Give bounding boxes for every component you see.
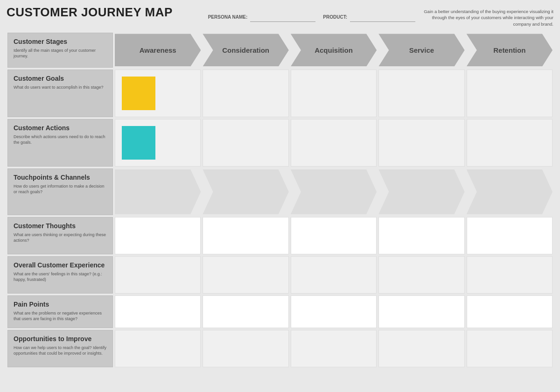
actions-retention-cell[interactable] [467, 119, 553, 167]
goals-consideration-cell[interactable] [203, 70, 288, 117]
page-title: CUSTOMER JOURNEY MAP [7, 6, 173, 19]
row-label-opportunities: Opportunities to Improve How can we help… [7, 330, 113, 367]
goals-retention-cell[interactable] [467, 70, 553, 117]
thoughts-retention-cell[interactable] [467, 217, 553, 254]
goals-awareness-cell[interactable] [115, 70, 201, 117]
thoughts-awareness-cell[interactable] [115, 217, 201, 254]
chevron-consideration: Consideration [203, 34, 288, 66]
row-label-customer-stages: Customer Stages Identify all the main st… [7, 33, 113, 68]
row-desc-customer-actions: Describe which actions users need to do … [14, 134, 107, 145]
experience-awareness-cell[interactable] [115, 256, 201, 294]
chevron-service-label: Service [405, 46, 439, 54]
title-block: CUSTOMER JOURNEY MAP [7, 6, 173, 19]
row-desc-touchpoints: How do users get information to make a d… [14, 183, 107, 195]
page: CUSTOMER JOURNEY MAP PERSONA NAME: PRODU… [0, 0, 560, 374]
header-fields: PERSONA NAME: PRODUCT: Gain a better und… [208, 7, 553, 27]
touchpoints-consideration-cell[interactable] [203, 168, 288, 215]
persona-label: PERSONA NAME: [208, 14, 248, 20]
experience-acquisition-cell[interactable] [291, 256, 377, 294]
row-desc-overall-experience: What are the users' feelings in this sta… [14, 271, 107, 282]
opp-retention-cell[interactable] [467, 330, 553, 367]
opp-acquisition-cell[interactable] [291, 330, 377, 367]
tp-chevron-consideration [203, 169, 288, 214]
row-title-customer-goals: Customer Goals [14, 75, 107, 83]
chevron-retention: Retention [467, 34, 553, 66]
touchpoints-awareness-cell[interactable] [115, 168, 201, 215]
chevron-service: Service [378, 34, 464, 66]
experience-service-cell[interactable] [378, 256, 464, 294]
chevron-consideration-label: Consideration [217, 46, 274, 54]
row-title-customer-thoughts: Customer Thoughts [14, 222, 107, 230]
tp-chevron-service [378, 169, 464, 214]
row-title-customer-actions: Customer Actions [14, 124, 107, 132]
row-label-overall-experience: Overall Customer Experience What are the… [7, 256, 113, 294]
touchpoints-service-cell[interactable] [378, 168, 464, 215]
tp-chevron-acquisition [291, 169, 377, 214]
experience-retention-cell[interactable] [467, 256, 553, 294]
pain-retention-cell[interactable] [467, 295, 553, 328]
row-title-touchpoints: Touchpoints & Channels [14, 174, 107, 182]
product-input[interactable] [350, 13, 415, 22]
row-label-pain-points: Pain Points What are the problems or neg… [7, 295, 113, 328]
stage-acquisition: Acquisition [291, 33, 377, 68]
stage-service: Service [378, 33, 464, 68]
opp-service-cell[interactable] [378, 330, 464, 367]
chevron-acquisition-label: Acquisition [310, 46, 357, 54]
row-title-opportunities: Opportunities to Improve [14, 335, 107, 343]
sticky-note-teal [122, 126, 155, 160]
goals-acquisition-cell[interactable] [291, 70, 377, 117]
row-title-pain-points: Pain Points [14, 301, 107, 308]
row-label-customer-thoughts: Customer Thoughts What are users thinkin… [7, 217, 113, 254]
persona-field-group: PERSONA NAME: [208, 13, 316, 22]
persona-input[interactable] [250, 13, 315, 22]
row-desc-customer-thoughts: What are users thinking or expecting dur… [14, 232, 107, 243]
header: CUSTOMER JOURNEY MAP PERSONA NAME: PRODU… [7, 6, 553, 27]
pain-consideration-cell[interactable] [203, 295, 288, 328]
chevron-awareness: Awareness [115, 34, 201, 66]
row-desc-opportunities: How can we help users to reach the goal?… [14, 345, 107, 356]
row-label-customer-goals: Customer Goals What do users want to acc… [7, 70, 113, 117]
thoughts-acquisition-cell[interactable] [291, 217, 377, 254]
journey-map-grid: Customer Stages Identify all the main st… [7, 32, 553, 368]
row-desc-customer-goals: What do users want to accomplish in this… [14, 84, 107, 90]
actions-awareness-cell[interactable] [115, 119, 201, 167]
thoughts-service-cell[interactable] [378, 217, 464, 254]
pain-awareness-cell[interactable] [115, 295, 201, 328]
actions-consideration-cell[interactable] [203, 119, 288, 167]
product-label: PRODUCT: [323, 14, 347, 20]
header-description: Gain a better understanding of the buyin… [423, 8, 553, 27]
row-title-overall-experience: Overall Customer Experience [14, 261, 107, 269]
sticky-note-yellow [122, 77, 155, 110]
tp-chevron-retention [467, 169, 553, 214]
touchpoints-retention-cell[interactable] [467, 168, 553, 215]
experience-consideration-cell[interactable] [203, 256, 288, 294]
row-title-customer-stages: Customer Stages [14, 38, 107, 46]
chevron-acquisition: Acquisition [291, 34, 377, 66]
row-desc-pain-points: What are the problems or negative experi… [14, 310, 107, 322]
row-label-touchpoints: Touchpoints & Channels How do users get … [7, 168, 113, 215]
pain-service-cell[interactable] [378, 295, 464, 328]
row-desc-customer-stages: Identify all the main stages of your cus… [14, 48, 107, 59]
row-label-customer-actions: Customer Actions Describe which actions … [7, 119, 113, 167]
opp-consideration-cell[interactable] [203, 330, 288, 367]
stage-retention: Retention [467, 33, 553, 68]
stage-consideration: Consideration [203, 33, 288, 68]
goals-service-cell[interactable] [378, 70, 464, 117]
pain-acquisition-cell[interactable] [291, 295, 377, 328]
opp-awareness-cell[interactable] [115, 330, 201, 367]
thoughts-consideration-cell[interactable] [203, 217, 288, 254]
actions-service-cell[interactable] [378, 119, 464, 167]
stage-awareness: Awareness [115, 33, 201, 68]
product-field-group: PRODUCT: [323, 13, 415, 22]
chevron-retention-label: Retention [489, 46, 530, 54]
touchpoints-acquisition-cell[interactable] [291, 168, 377, 215]
chevron-awareness-label: Awareness [135, 46, 181, 54]
tp-chevron-awareness [115, 169, 201, 214]
actions-acquisition-cell[interactable] [291, 119, 377, 167]
